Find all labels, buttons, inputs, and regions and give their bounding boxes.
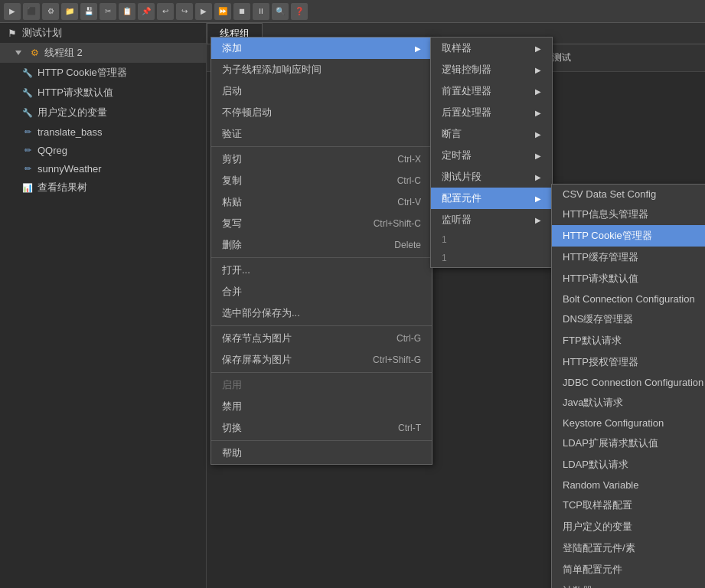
menu-item-validate[interactable]: 验证 <box>211 123 432 145</box>
separator-1 <box>211 146 432 147</box>
menu-item-add-response-label: 为子线程添加响应时间 <box>222 63 321 77</box>
toolbar-icons: ▶ ⬛ ⚙ 📁 💾 ✂ 📋 📌 ↩ ↪ ▶ ⏩ ⏹ ⏸ 🔍 ❓ <box>4 3 308 20</box>
sidebar-item-6[interactable]: 📊 查看结果树 <box>0 178 206 198</box>
toolbar-icon-6[interactable]: ✂ <box>100 3 116 20</box>
submenu-config-http-cache[interactable]: HTTP缓存管理器 <box>552 247 705 268</box>
submenu-config-java[interactable]: Java默认请求 <box>552 392 705 413</box>
submenu-config-csv[interactable]: CSV Data Set Config <box>552 185 705 204</box>
submenu-config-http-auth-label: HTTP授权管理器 <box>563 355 638 369</box>
sidebar-root-label: 测试计划 <box>22 26 62 40</box>
menu-item-toggle[interactable]: 切换 Ctrl-T <box>211 417 432 439</box>
menu-item-add[interactable]: 添加 ▶ <box>211 38 432 59</box>
sidebar-item-4[interactable]: ✏ QQreg <box>0 141 206 159</box>
menu-item-open[interactable]: 打开... <box>211 260 432 281</box>
submenu-arrow-assertion: ▶ <box>535 130 541 139</box>
menu-item-save-selected[interactable]: 选中部分保存为... <box>211 302 432 324</box>
menu-item-save-node-img[interactable]: 保存节点为图片 Ctrl-G <box>211 328 432 349</box>
submenu-config-ftp-label: FTP默认请求 <box>563 334 622 348</box>
menu-item-cut[interactable]: 剪切 Ctrl-X <box>211 149 432 170</box>
sidebar-item-2[interactable]: 🔧 用户定义的变量 <box>0 103 206 122</box>
submenu-arrow-timer: ▶ <box>535 152 541 160</box>
sidebar-group-label: 线程组 2 <box>44 46 83 60</box>
submenu-add-config-label: 配置元件 <box>442 191 481 205</box>
submenu-add-pre[interactable]: 前置处理器 ▶ <box>431 80 552 102</box>
toolbar-icon-3[interactable]: ⚙ <box>42 3 59 20</box>
menu-item-delete[interactable]: 删除 Delete <box>211 234 432 256</box>
submenu-config-tcp[interactable]: TCP取样器配置 <box>552 495 705 516</box>
down-arrow <box>12 47 24 59</box>
menu-item-cut-label: 剪切 <box>222 152 242 166</box>
menu-item-add-response-time[interactable]: 为子线程添加响应时间 <box>211 59 432 80</box>
submenu-add-config[interactable]: 配置元件 ▶ <box>431 188 552 209</box>
sidebar-root[interactable]: ⚑ 测试计划 <box>0 23 206 43</box>
submenu-add-timer[interactable]: 定时器 ▶ <box>431 145 552 166</box>
toolbar-icon-12[interactable]: ⏩ <box>214 3 231 20</box>
toolbar-icon-7[interactable]: 📋 <box>119 3 135 20</box>
menu-item-disable[interactable]: 禁用 <box>211 396 432 417</box>
menu-item-help[interactable]: 帮助 <box>211 443 432 464</box>
submenu-add-post[interactable]: 后置处理器 ▶ <box>431 102 552 123</box>
submenu-config-user-var[interactable]: 用户定义的变量 <box>552 516 705 537</box>
menu-item-merge-label: 合并 <box>222 285 242 299</box>
menu-item-save-screen-img[interactable]: 保存屏幕为图片 Ctrl+Shift-G <box>211 349 432 371</box>
submenu-add-logic[interactable]: 逻辑控制器 ▶ <box>431 59 552 80</box>
toolbar-icon-15[interactable]: 🔍 <box>272 3 289 20</box>
toolbar-icon-4[interactable]: 📁 <box>61 3 78 20</box>
menu-item-paste[interactable]: 粘贴 Ctrl-V <box>211 191 432 213</box>
toolbar-icon-14[interactable]: ⏸ <box>253 3 269 20</box>
submenu-arrow-fragment: ▶ <box>535 173 541 181</box>
toolbar-icon-9[interactable]: ↩ <box>157 3 174 20</box>
submenu-config-http-cookie[interactable]: HTTP Cookie管理器 <box>552 225 705 247</box>
menu-item-merge[interactable]: 合并 <box>211 281 432 302</box>
submenu-add-sampler[interactable]: 取样器 ▶ <box>431 38 552 59</box>
toolbar-icon-13[interactable]: ⏹ <box>233 3 250 20</box>
toolbar-icon-10[interactable]: ↪ <box>176 3 193 20</box>
submenu-add-item-9[interactable]: 1 <box>431 230 552 249</box>
submenu-config-ldap[interactable]: LDAP默认请求 <box>552 454 705 475</box>
sidebar-item-3[interactable]: ✏ translate_bass <box>0 122 206 141</box>
submenu-config-ldap-ext[interactable]: LDAP扩展请求默认值 <box>552 433 705 454</box>
sidebar-item-5[interactable]: ✏ sunnyWeather <box>0 159 206 178</box>
toolbar-icon-8[interactable]: 📌 <box>138 3 155 20</box>
submenu-config-login[interactable]: 登陆配置元件/素 <box>552 537 705 559</box>
sidebar-item-label-3: translate_bass <box>38 126 103 138</box>
sidebar-item-1[interactable]: 🔧 HTTP请求默认值 <box>0 83 206 103</box>
menu-shortcut-save-node-img: Ctrl-G <box>397 333 421 344</box>
menu-shortcut-delete: Delete <box>394 240 421 250</box>
submenu-config-keystore-label: Keystore Configuration <box>563 417 664 429</box>
submenu-config-http-default[interactable]: HTTP请求默认值 <box>552 268 705 289</box>
submenu-add-assertion[interactable]: 断言 ▶ <box>431 123 552 145</box>
sidebar-item-label-4: QQreg <box>38 145 67 156</box>
toolbar-icon-5[interactable]: 💾 <box>80 3 97 20</box>
toolbar-icon-2[interactable]: ⬛ <box>23 3 40 20</box>
sidebar-thread-group[interactable]: ⚙ 线程组 2 <box>0 43 206 63</box>
pencil-icon-5: ✏ <box>21 162 34 175</box>
submenu-config-counter[interactable]: 计数器 <box>552 580 705 588</box>
submenu-config-random-label: Random Variable <box>563 479 638 491</box>
menu-item-copy[interactable]: 复制 Ctrl-C <box>211 170 432 191</box>
menu-item-delete-label: 删除 <box>222 238 242 252</box>
submenu-config-jdbc[interactable]: JDBC Connection Configuration <box>552 373 705 392</box>
submenu-config-ftp[interactable]: FTP默认请求 <box>552 330 705 351</box>
menu-item-start[interactable]: 启动 <box>211 80 432 102</box>
toolbar-icon-11[interactable]: ▶ <box>195 3 212 20</box>
submenu-config-http-auth[interactable]: HTTP授权管理器 <box>552 351 705 373</box>
submenu-add-item-10[interactable]: 1 <box>431 249 552 267</box>
menu-item-add-label: 添加 <box>222 41 242 55</box>
submenu-config-http-header[interactable]: HTTP信息头管理器 <box>552 204 705 225</box>
submenu-config-bolt[interactable]: Bolt Connection Configuration <box>552 289 705 309</box>
submenu-config-random[interactable]: Random Variable <box>552 475 705 495</box>
sidebar-item-0[interactable]: 🔧 HTTP Cookie管理器 <box>0 63 206 83</box>
menu-item-duplicate[interactable]: 复写 Ctrl+Shift-C <box>211 213 432 234</box>
sidebar-item-label-2: 用户定义的变量 <box>38 106 107 119</box>
submenu-config-http-header-label: HTTP信息头管理器 <box>563 207 648 221</box>
submenu-add-pre-label: 前置处理器 <box>442 84 491 98</box>
submenu-config-keystore[interactable]: Keystore Configuration <box>552 413 705 433</box>
submenu-config-simple[interactable]: 简单配置元件 <box>552 559 705 580</box>
menu-item-start-no-pause[interactable]: 不停顿启动 <box>211 102 432 123</box>
submenu-add-listener[interactable]: 监听器 ▶ <box>431 209 552 230</box>
toolbar-icon-1[interactable]: ▶ <box>4 3 21 20</box>
submenu-config-dns[interactable]: DNS缓存管理器 <box>552 309 705 330</box>
submenu-add-fragment[interactable]: 测试片段 ▶ <box>431 166 552 188</box>
toolbar-icon-16[interactable]: ❓ <box>291 3 308 20</box>
